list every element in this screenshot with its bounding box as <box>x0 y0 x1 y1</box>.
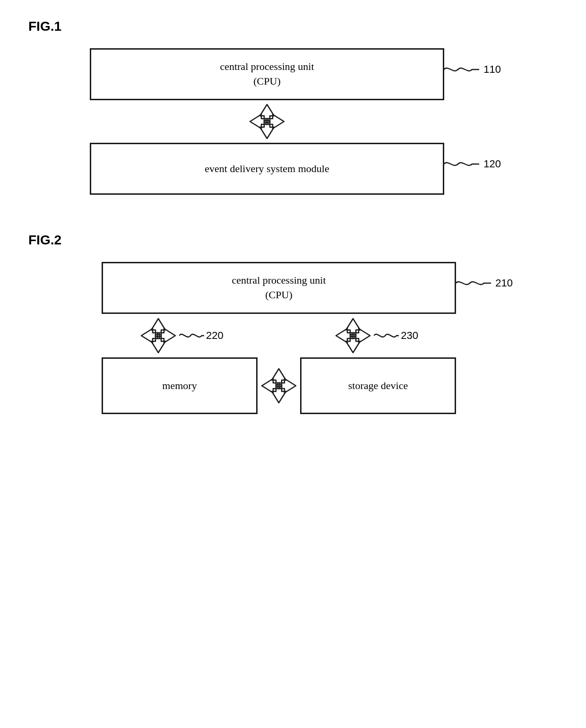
ref-220-group: 220 <box>179 329 224 343</box>
fig2-memory-box: memory <box>102 357 258 414</box>
ref-230-group: 230 <box>374 329 418 343</box>
fig1-edsm-box: event delivery system module <box>90 143 444 195</box>
svg-marker-7 <box>157 329 175 343</box>
ref-210-label: 210 <box>495 277 513 289</box>
svg-marker-5 <box>151 335 165 353</box>
fig2-label: FIG.2 <box>28 233 61 248</box>
fig2-memory-label: memory <box>162 379 197 393</box>
fig1-edsm-label: event delivery system module <box>205 162 329 176</box>
fig1-cpu-box: central processing unit(CPU) <box>90 48 444 100</box>
fig2-cpu-box: central processing unit(CPU) <box>102 262 456 314</box>
fig2-diagram: central processing unit(CPU) 210 <box>66 262 491 414</box>
svg-marker-15 <box>278 379 296 393</box>
svg-marker-4 <box>151 319 165 337</box>
fig2-left-bidir-arrow <box>139 317 177 355</box>
fig2-middle-bidir-arrow <box>260 367 298 405</box>
fig2-bottom-boxes: memory storage device <box>102 357 456 414</box>
svg-marker-1 <box>260 121 274 139</box>
svg-marker-13 <box>272 385 286 403</box>
ref-110-label: 110 <box>483 63 501 76</box>
ref-120-group: 120 <box>444 157 501 171</box>
callout-wavy-230 <box>374 329 400 343</box>
fig1-diagram: central processing unit(CPU) 110 <box>66 48 468 195</box>
fig2-left-arrow-group: 220 <box>139 317 224 355</box>
ref-220-label: 220 <box>206 329 224 342</box>
figure-2: FIG.2 central processing unit(CPU) 210 <box>28 233 558 414</box>
fig2-arrows-row: 220 230 <box>102 316 456 355</box>
ref-110-group: 110 <box>444 62 501 77</box>
svg-marker-10 <box>336 329 354 343</box>
fig1-arrow <box>248 103 286 140</box>
ref-230-label: 230 <box>401 329 418 342</box>
svg-marker-0 <box>260 104 274 122</box>
svg-marker-11 <box>352 329 370 343</box>
svg-marker-12 <box>272 369 286 387</box>
fig2-storage-label: storage device <box>348 379 408 393</box>
callout-wavy-110 <box>444 62 482 77</box>
fig2-cpu-label: central processing unit(CPU) <box>232 273 326 303</box>
svg-marker-9 <box>346 335 360 353</box>
callout-wavy-220 <box>179 329 205 343</box>
svg-marker-3 <box>266 114 284 129</box>
ref-120-label: 120 <box>483 158 501 170</box>
fig2-middle-arrow-container <box>258 357 300 414</box>
fig2-right-arrow-group: 230 <box>334 317 418 355</box>
fig1-label: FIG.1 <box>28 19 61 34</box>
fig2-storage-box: storage device <box>300 357 456 414</box>
ref-210-group: 210 <box>456 276 513 290</box>
callout-wavy-120 <box>444 157 482 171</box>
svg-marker-8 <box>346 319 360 337</box>
svg-marker-14 <box>262 379 280 393</box>
svg-marker-6 <box>141 329 159 343</box>
callout-wavy-210 <box>456 276 493 290</box>
svg-marker-2 <box>250 114 268 129</box>
figure-1: FIG.1 central processing unit(CPU) 110 <box>28 19 558 195</box>
fig1-bidir-arrow-svg <box>248 103 286 140</box>
fig1-cpu-label: central processing unit(CPU) <box>220 60 314 89</box>
fig2-right-bidir-arrow <box>334 317 372 355</box>
